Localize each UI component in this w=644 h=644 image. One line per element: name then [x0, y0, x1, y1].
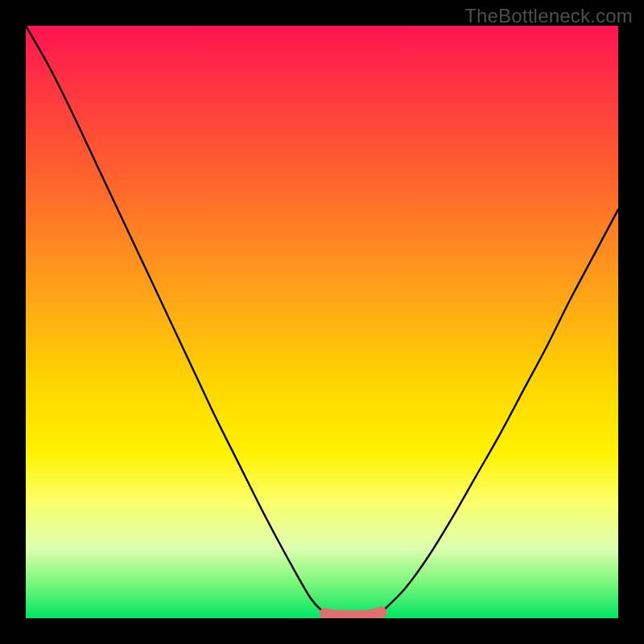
chart-frame: TheBottleneck.com	[0, 0, 644, 644]
right-curve	[382, 209, 618, 612]
watermark-text: TheBottleneck.com	[464, 5, 633, 27]
curve-layer	[26, 26, 618, 618]
left-curve	[26, 26, 325, 613]
plot-area	[26, 26, 618, 618]
bottom-highlight	[325, 613, 382, 617]
